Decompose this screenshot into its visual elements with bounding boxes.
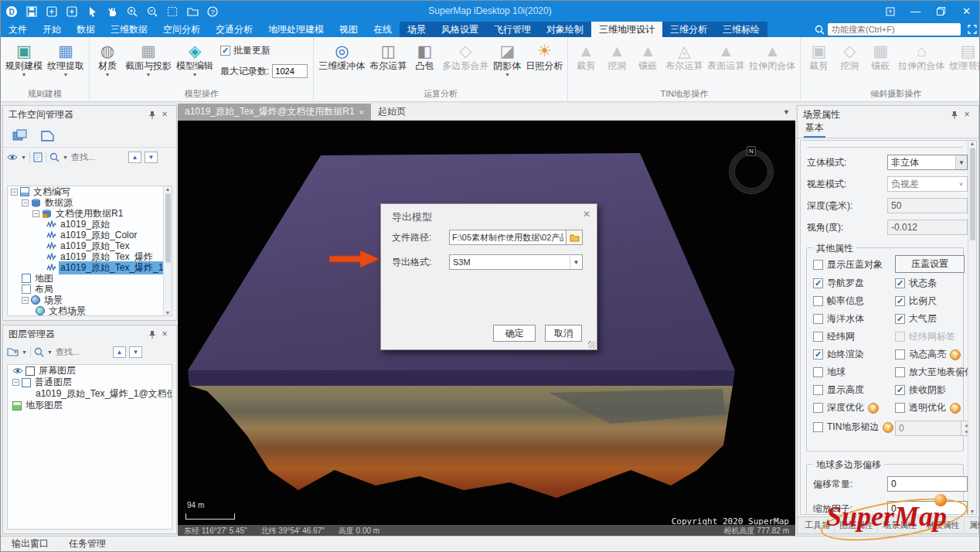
tab-scene[interactable]: 场景 (400, 22, 434, 37)
dynamic-highlight-checkbox[interactable] (895, 349, 905, 359)
collapse-icon[interactable]: − (32, 210, 39, 217)
max-records-input[interactable] (272, 64, 308, 78)
cancel-button[interactable]: 取消 (545, 325, 582, 342)
offset-constant-input[interactable] (887, 476, 968, 492)
help-icon[interactable]: ? (883, 422, 893, 433)
ribbon-button[interactable]: ◪阴影体▼ (491, 38, 523, 78)
dialog-close-icon[interactable]: ✕ (583, 209, 590, 220)
ocean-water-checkbox[interactable] (813, 314, 823, 324)
receive-shadow-checkbox[interactable]: ✓ (895, 385, 905, 395)
close-button[interactable]: ✕ (954, 1, 979, 22)
close-tab-icon[interactable]: × (359, 107, 364, 117)
basic-tab[interactable]: 基本 (798, 123, 978, 138)
tab-3d-analysis[interactable]: 三维分析 (662, 22, 715, 37)
fps-info-checkbox[interactable] (813, 296, 823, 306)
properties-scrollbar[interactable]: ▲▼ (968, 141, 976, 514)
collapse-icon[interactable]: − (12, 379, 19, 386)
material-properties-tab[interactable]: 材质属性 (922, 518, 965, 533)
nav-compass-checkbox[interactable]: ✓ (813, 278, 823, 288)
eye-icon[interactable] (12, 367, 23, 374)
tree-node[interactable]: −文档编写 (8, 186, 172, 197)
file-path-input[interactable] (449, 230, 567, 245)
show-overlay-checkbox[interactable] (813, 260, 823, 270)
tree-node[interactable]: 文档场景 (8, 305, 172, 316)
find-next-button[interactable]: ▼ (129, 346, 142, 358)
tree-node[interactable]: −场景 (8, 295, 172, 305)
pin-icon[interactable] (948, 108, 961, 121)
tab-traffic-analysis[interactable]: 交通分析 (208, 22, 260, 37)
ribbon-button[interactable]: ☀日照分析 (523, 38, 565, 78)
ribbon-button[interactable]: ▦纹理提取▼ (45, 38, 87, 78)
tab-list-caret-icon[interactable]: ▼ (778, 108, 795, 116)
ribbon-button[interactable]: ◍材质▼ (92, 38, 123, 78)
transparent-optimize-checkbox[interactable] (895, 403, 905, 413)
tin-skirt-checkbox[interactable] (813, 422, 823, 432)
dropdown-caret-icon[interactable]: ▼ (63, 155, 68, 160)
overlay-settings-button[interactable]: 压盖设置 (895, 255, 965, 273)
zoom-to-surface-checkbox[interactable] (895, 367, 905, 377)
navigation-compass[interactable]: N (730, 150, 773, 193)
toolbox-tab[interactable]: 工具箱 (801, 518, 835, 533)
close-icon[interactable]: × (158, 108, 171, 121)
workspace-search-input[interactable] (71, 152, 125, 162)
stereo-mode-select[interactable]: 非立体▼ (887, 155, 968, 170)
tab-geoprocessing[interactable]: 地理处理建模 (260, 22, 332, 37)
tab-spatial-analysis[interactable]: 空间分析 (155, 22, 208, 37)
tab-3d-geodesign[interactable]: 三维地理设计 (591, 22, 662, 37)
tab-flight-management[interactable]: 飞行管理 (486, 22, 539, 37)
search-input[interactable] (828, 25, 961, 34)
workspace-export-icon[interactable] (40, 129, 56, 141)
show-height-checkbox[interactable] (813, 385, 823, 395)
search-icon[interactable] (34, 347, 44, 357)
pin-icon[interactable] (146, 328, 158, 340)
layer-properties-tab[interactable]: 图层属性 (835, 518, 878, 533)
tab-start[interactable]: 开始 (35, 22, 69, 37)
collapse-icon[interactable]: − (22, 297, 29, 304)
tab-3d-plotting[interactable]: 三维标绘 (715, 22, 767, 37)
ribbon-button[interactable]: ◈模型编辑▼ (174, 38, 216, 78)
close-icon[interactable]: × (158, 328, 171, 340)
ribbon-button[interactable]: ▦截面与投影▼ (123, 38, 174, 78)
globe-checkbox[interactable] (813, 367, 823, 377)
export-format-select[interactable]: S3M▼ (449, 254, 583, 270)
tab-online[interactable]: 在线 (366, 22, 400, 37)
collapse-icon[interactable]: − (22, 199, 29, 206)
ribbon-button[interactable]: ◧凸包 (409, 38, 440, 78)
atmosphere-checkbox[interactable]: ✓ (895, 314, 905, 324)
layer-search-input[interactable] (56, 347, 110, 356)
tree-node[interactable]: 地图 (8, 273, 172, 284)
layer-row[interactable]: 屏幕图层 (8, 365, 172, 377)
ribbon-button[interactable]: ◎三维缓冲体 (316, 38, 367, 78)
ribbon-button[interactable]: ▣规则建模▼ (3, 38, 45, 78)
find-next-button[interactable]: ▼ (145, 152, 158, 163)
pin-icon[interactable] (146, 108, 158, 121)
tab-view[interactable]: 视图 (332, 22, 366, 37)
browse-folder-button[interactable] (567, 230, 583, 245)
dropdown-caret-icon[interactable]: ▼ (22, 349, 27, 355)
tab-style-settings[interactable]: 风格设置 (434, 22, 486, 37)
scene-properties-tab[interactable]: 场景属性 (879, 518, 921, 533)
tree-scrollbar[interactable]: ▲▼ (163, 186, 172, 315)
workspace-windows-icon[interactable] (12, 129, 28, 141)
help-icon[interactable]: ? (950, 349, 961, 360)
scale-factor-input[interactable] (887, 501, 968, 515)
task-manager-tab[interactable]: 任务管理 (69, 537, 106, 550)
add-layer-icon[interactable] (7, 347, 19, 356)
batch-update-checkbox[interactable]: ✓ (220, 46, 230, 56)
minimize-button[interactable]: — (903, 1, 928, 22)
status-bar-checkbox[interactable]: ✓ (895, 278, 905, 288)
tab-data[interactable]: 数据 (69, 22, 103, 37)
collapse-icon[interactable]: − (11, 189, 18, 196)
help-icon[interactable]: ? (950, 403, 961, 414)
dialog-resize-grip[interactable] (588, 341, 596, 349)
output-window-tab[interactable]: 输出窗口 (12, 537, 49, 550)
ribbon-button[interactable]: ◫布尔运算 (367, 38, 409, 78)
properties-tab[interactable]: 属性 (965, 518, 980, 533)
tree-node-selected[interactable]: a1019_原始_Tex_爆炸_1 (8, 262, 172, 273)
dropdown-caret-icon[interactable]: ▼ (47, 349, 53, 355)
ok-button[interactable]: 确定 (493, 325, 536, 342)
layer-row[interactable]: −普通图层 (8, 377, 172, 388)
search-icon[interactable] (49, 152, 60, 162)
start-page-tab[interactable]: 起始页 (371, 104, 413, 121)
ribbon-display-options-icon[interactable] (877, 1, 903, 22)
